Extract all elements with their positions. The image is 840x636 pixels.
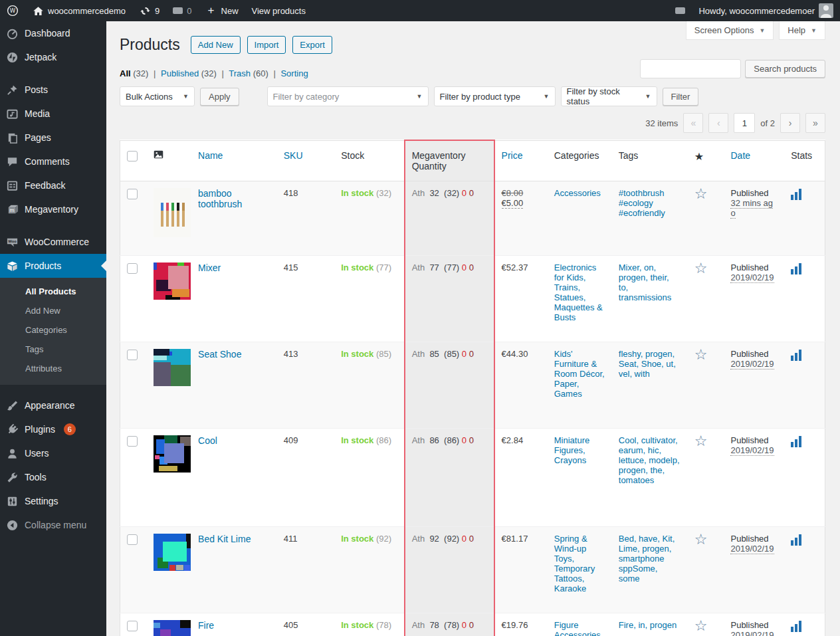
filter-stock-status-select[interactable]: Filter by stock status ▼ [561,86,657,106]
product-thumbnail[interactable] [154,188,191,237]
product-thumbnail[interactable] [154,263,191,300]
product-name-link[interactable]: Bed Kit Lime [198,534,251,544]
stats-chart-icon[interactable] [791,188,801,200]
sidebar-item-woocommerce[interactable]: Woo WooCommerce [0,230,106,254]
sidebar-item-jetpack[interactable]: Jetpack [0,45,106,69]
column-name-sort[interactable]: Name [198,150,223,161]
search-input[interactable] [640,59,741,78]
comments-menu[interactable]: 0 [166,0,198,21]
row-checkbox[interactable] [127,621,138,631]
last-page-button[interactable]: » [805,113,825,133]
tag-links[interactable]: #toothbrush #ecology #ecofriendly [619,188,665,218]
featured-star-icon[interactable]: ☆ [694,346,708,363]
tag-links[interactable]: Mixer, on, progen, their, to, transmissi… [619,263,671,302]
sidebar-item-plugins[interactable]: Plugins 6 [0,417,106,441]
submenu-attributes[interactable]: Attributes [0,359,106,378]
export-button[interactable]: Export [292,36,332,54]
submenu-add-new[interactable]: Add New [0,301,106,320]
category-links[interactable]: Kids' Furniture & Room Décor, Paper, Gam… [554,349,605,399]
category-links[interactable]: Accessories [554,188,601,198]
current-page-input[interactable]: 1 [734,113,755,133]
row-checkbox[interactable] [127,534,138,545]
stats-chart-icon[interactable] [791,435,801,447]
featured-star-icon[interactable]: ☆ [694,531,708,548]
next-page-button[interactable]: › [780,113,800,133]
filter-button[interactable]: Filter [663,88,699,106]
row-checkbox[interactable] [127,350,138,360]
product-thumbnail[interactable] [154,349,191,386]
bulk-actions-select[interactable]: Bulk Actions ▼ [120,86,195,106]
product-name-link[interactable]: Cool [198,435,217,446]
new-content-menu[interactable]: + New [199,0,245,21]
sidebar-item-settings[interactable]: Settings [0,489,106,513]
add-new-button[interactable]: Add New [191,36,241,54]
help-tab[interactable]: Help ▼ [779,21,825,40]
product-thumbnail[interactable] [154,435,191,473]
sidebar-item-collapse-menu[interactable]: Collapse menu [0,513,106,537]
category-links[interactable]: Electronics for Kids, Trains, Statues, M… [554,263,603,322]
prev-page-button[interactable]: ‹ [708,113,728,133]
row-checkbox[interactable] [127,189,138,199]
stats-chart-icon[interactable] [791,349,801,361]
submenu-categories[interactable]: Categories [0,320,106,340]
sidebar-item-pages[interactable]: Pages [0,126,106,150]
featured-star-icon[interactable]: ☆ [694,185,708,202]
featured-star-icon[interactable]: ☆ [694,433,708,449]
view-trash-link[interactable]: Trash [229,68,251,78]
import-button[interactable]: Import [247,36,286,54]
stats-chart-icon[interactable] [791,263,801,274]
apply-button[interactable]: Apply [200,88,239,106]
product-name-link[interactable]: Seat Shoe [198,349,241,360]
sidebar-item-media[interactable]: Media [0,102,106,126]
view-all-link[interactable]: All [120,68,131,78]
first-page-button[interactable]: « [683,113,703,133]
sidebar-item-appearance[interactable]: Appearance [0,393,106,417]
column-date-sort[interactable]: Date [730,150,750,161]
tag-links[interactable]: Cool, cultivator, earum, hic, lettuce, m… [619,435,680,485]
sidebar-item-users[interactable]: Users [0,441,106,465]
product-thumbnail[interactable] [154,620,191,636]
column-price-sort[interactable]: Price [502,150,523,161]
row-checkbox[interactable] [127,436,138,447]
sidebar-item-feedback[interactable]: Feedback [0,173,106,197]
sidebar-item-dashboard[interactable]: Dashboard [0,21,106,45]
sidebar-item-products[interactable]: Products [0,254,106,278]
stats-chart-icon[interactable] [791,620,801,632]
row-checkbox[interactable] [127,263,138,274]
filter-product-type-select[interactable]: Filter by product type ▼ [434,86,556,106]
sidebar-item-tools[interactable]: Tools [0,465,106,489]
stock-count: (32) [376,188,391,198]
submenu-all-products[interactable]: All Products [0,282,106,301]
column-sku-sort[interactable]: SKU [284,150,303,161]
product-name-link[interactable]: Fire [198,620,214,631]
view-published-link[interactable]: Published [161,68,199,78]
filter-category-select[interactable]: Filter by category ▼ [267,86,429,106]
sidebar-item-megaventory[interactable]: m Megaventory [0,197,106,221]
tag-links[interactable]: Fire, in, progen [619,620,677,630]
product-name-link[interactable]: bamboo toothbrush [198,188,242,209]
filter-category-value: Filter by category [273,92,340,102]
site-name-menu[interactable]: woocommercedemo [25,0,132,21]
view-products-menu[interactable]: View products [245,0,312,21]
view-sorting-link[interactable]: Sorting [280,68,308,78]
my-account-menu[interactable]: Howdy, woocommercedemoer [692,0,840,21]
search-products-button[interactable]: Search products [745,60,825,78]
product-thumbnail[interactable] [154,534,191,571]
tag-links[interactable]: fleshy, progen, Seat, Shoe, ut, vel, wit… [619,349,676,379]
featured-star-icon[interactable]: ☆ [694,617,708,634]
product-name-link[interactable]: Mixer [198,263,221,273]
stats-chart-icon[interactable] [791,534,801,546]
category-links[interactable]: Spring & Wind-up Toys, Temporary Tattoos… [554,534,595,593]
submenu-tags[interactable]: Tags [0,340,106,359]
sidebar-item-posts[interactable]: Posts [0,78,106,102]
screen-options-tab[interactable]: Screen Options ▼ [686,21,774,40]
wordpress-logo-icon[interactable]: W [0,0,25,21]
category-links[interactable]: Figure Accessories, [554,620,603,636]
notifications-menu[interactable] [669,0,692,21]
select-all-checkbox[interactable] [127,151,138,161]
category-links[interactable]: Miniature Figures, Crayons [554,435,589,465]
updates-menu[interactable]: 9 [132,0,166,21]
tag-links[interactable]: Bed, have, Kit, Lime, progen, smartphone… [619,534,675,583]
featured-star-icon[interactable]: ☆ [694,260,708,276]
sidebar-item-comments[interactable]: Comments [0,150,106,173]
